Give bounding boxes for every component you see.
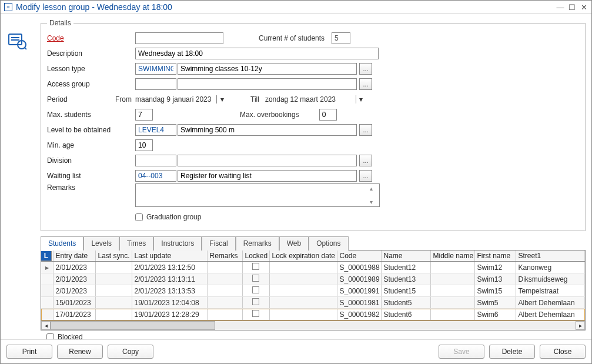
horizontal-scrollbar[interactable]: ◂ ▸ xyxy=(41,320,585,330)
cell-last-sync xyxy=(95,285,132,297)
copy-button[interactable]: Copy xyxy=(108,345,153,359)
tab-fiscal[interactable]: Fiscal xyxy=(202,236,235,251)
remarks-textarea[interactable]: ▴▾ xyxy=(135,183,380,207)
footer: Print Renew Copy Save Delete Close xyxy=(1,339,591,363)
col-entry-date[interactable]: Entry date xyxy=(53,251,95,262)
tab-options[interactable]: Options xyxy=(309,236,348,251)
cell-first-name: Swim5 xyxy=(474,297,516,309)
scroll-left-icon[interactable]: ◂ xyxy=(41,321,51,330)
grid-corner-badge: L xyxy=(41,251,52,261)
window: ≡ Modify lesson group - Wednesday at 18:… xyxy=(0,0,592,364)
period-from-value: maandag 9 januari 2023 xyxy=(135,95,211,103)
cell-remarks xyxy=(207,262,242,273)
blocked-checkbox[interactable] xyxy=(46,333,54,340)
cell-lock-exp xyxy=(269,285,337,297)
renew-button[interactable]: Renew xyxy=(57,345,103,359)
col-middle-name[interactable]: Middle name xyxy=(430,251,474,262)
details-fieldset: Details Code Current # of students Descr… xyxy=(41,19,586,231)
tabs-area: Students Levels Times Instructors Fiscal… xyxy=(41,236,586,330)
cell-locked[interactable] xyxy=(242,297,269,309)
col-lock-expiration[interactable]: Lock expiration date xyxy=(269,251,337,262)
lesson-type-code[interactable] xyxy=(135,63,176,75)
cell-locked[interactable] xyxy=(242,309,269,320)
lesson-type-browse-button[interactable]: ... xyxy=(359,63,372,75)
row-handle[interactable] xyxy=(41,309,53,320)
cell-name: Student5 xyxy=(381,297,430,309)
col-last-update[interactable]: Last update xyxy=(132,251,207,262)
waiting-list-name[interactable] xyxy=(178,170,357,182)
code-input[interactable] xyxy=(135,32,223,44)
table-row[interactable]: 17/01/202319/01/2023 12:28:29S_00001982S… xyxy=(41,309,585,320)
max-students-input[interactable] xyxy=(135,109,153,121)
maximize-button[interactable]: ☐ xyxy=(568,3,576,12)
level-name[interactable] xyxy=(178,124,357,136)
division-browse-button[interactable]: ... xyxy=(359,155,372,166)
chevron-down-icon[interactable]: ▾ xyxy=(216,95,227,103)
col-street1[interactable]: Street1 xyxy=(516,251,585,262)
current-students-label: Current # of students xyxy=(259,34,325,42)
cell-last-update: 19/01/2023 12:04:08 xyxy=(132,297,207,309)
graduation-group-checkbox[interactable] xyxy=(135,213,143,221)
tab-remarks[interactable]: Remarks xyxy=(236,236,279,251)
minimize-button[interactable]: — xyxy=(556,3,564,12)
division-code[interactable] xyxy=(135,155,176,166)
table-row[interactable]: 2/01/20232/01/2023 13:13:53S_00001991Stu… xyxy=(41,285,585,297)
level-browse-button[interactable]: ... xyxy=(359,124,372,136)
row-handle[interactable] xyxy=(41,273,53,285)
level-code[interactable] xyxy=(135,124,176,136)
lesson-type-label: Lesson type xyxy=(47,65,135,73)
cell-lock-exp xyxy=(269,262,337,273)
row-handle[interactable] xyxy=(41,297,53,309)
cell-code: S_00001981 xyxy=(337,297,381,309)
delete-button[interactable]: Delete xyxy=(489,345,535,359)
tab-instructors[interactable]: Instructors xyxy=(153,236,202,251)
cell-entry-date: 2/01/2023 xyxy=(53,285,95,297)
print-button[interactable]: Print xyxy=(6,345,52,359)
period-till-picker[interactable]: zondag 12 maart 2023 ▾ xyxy=(265,95,366,103)
scroll-right-icon[interactable]: ▸ xyxy=(576,321,585,330)
description-label: Description xyxy=(47,49,135,58)
chevron-down-icon[interactable]: ▾ xyxy=(356,95,366,103)
col-last-sync[interactable]: Last sync. xyxy=(95,251,132,262)
close-button[interactable]: Close xyxy=(540,345,586,359)
cell-locked[interactable] xyxy=(242,273,269,285)
max-overbookings-input[interactable] xyxy=(319,109,337,121)
cell-middle xyxy=(430,262,474,273)
cell-name: Student12 xyxy=(381,262,430,273)
cell-locked[interactable] xyxy=(242,262,269,273)
period-from-picker[interactable]: maandag 9 januari 2023 ▾ xyxy=(135,95,227,103)
tab-students[interactable]: Students xyxy=(41,236,83,251)
description-input[interactable] xyxy=(135,48,379,59)
waiting-list-browse-button[interactable]: ... xyxy=(359,170,372,182)
col-code[interactable]: Code xyxy=(337,251,381,262)
col-remarks[interactable]: Remarks xyxy=(207,251,242,262)
min-age-input[interactable] xyxy=(135,139,153,151)
access-group-code[interactable] xyxy=(135,78,176,90)
tab-times[interactable]: Times xyxy=(119,236,153,251)
cell-middle xyxy=(430,273,474,285)
close-window-button[interactable]: ✕ xyxy=(580,3,588,12)
cell-last-sync xyxy=(95,309,132,320)
access-group-browse-button[interactable]: ... xyxy=(359,78,372,90)
table-row[interactable]: 2/01/20232/01/2023 13:13:11S_00001989Stu… xyxy=(41,273,585,285)
tab-web[interactable]: Web xyxy=(279,236,309,251)
lesson-type-name[interactable] xyxy=(178,63,357,75)
remarks-scroll[interactable]: ▴▾ xyxy=(370,185,378,205)
code-label[interactable]: Code xyxy=(47,34,135,42)
col-name[interactable]: Name xyxy=(381,251,430,262)
col-first-name[interactable]: First name xyxy=(474,251,516,262)
cell-remarks xyxy=(207,309,242,320)
blocked-label: Blocked xyxy=(58,333,83,339)
col-locked[interactable]: Locked xyxy=(242,251,269,262)
row-handle[interactable]: ▸ xyxy=(41,262,53,273)
access-group-name[interactable] xyxy=(178,78,357,90)
table-row[interactable]: 15/01/202319/01/2023 12:04:08S_00001981S… xyxy=(41,297,585,309)
scroll-thumb[interactable] xyxy=(51,321,215,330)
table-row[interactable]: ▸2/01/20232/01/2023 13:12:50S_00001988St… xyxy=(41,262,585,273)
tab-levels[interactable]: Levels xyxy=(83,236,119,251)
cell-locked[interactable] xyxy=(242,285,269,297)
waiting-list-code[interactable] xyxy=(135,170,176,182)
document-icon: ≡ xyxy=(4,3,12,11)
division-name[interactable] xyxy=(178,155,357,166)
row-handle[interactable] xyxy=(41,285,53,297)
